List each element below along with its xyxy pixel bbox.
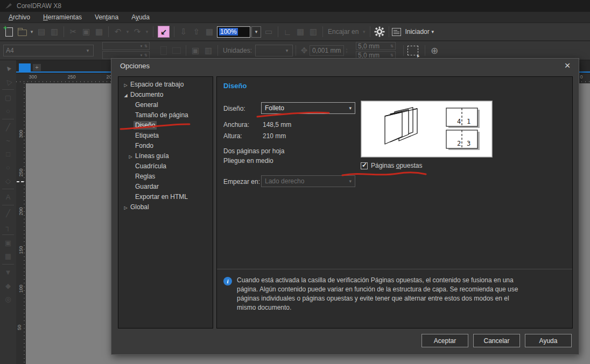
start-on-dropdown[interactable]: Lado derecho ▾ (261, 175, 355, 187)
import-file-button[interactable]: ⇩ (177, 25, 190, 38)
tree-item-global[interactable]: ▷Global (118, 202, 213, 212)
smart-fill-tool-icon[interactable]: ◆ (1, 279, 15, 292)
svg-text:2: 2 (457, 140, 461, 147)
tree-item-etiqueta[interactable]: Etiqueta (118, 131, 213, 141)
tree-collapsed-icon[interactable]: ▷ (123, 203, 129, 213)
save-button[interactable]: ▤ (35, 25, 48, 38)
tree-expanded-icon[interactable]: ◢ (123, 90, 129, 101)
options-button[interactable] (373, 25, 386, 38)
polygon-tool-icon[interactable]: ◇ (1, 174, 15, 188)
treat-as-filled-icon (408, 46, 418, 55)
help-button[interactable]: Ayuda (525, 334, 572, 347)
treat-as-filled-button[interactable] (406, 44, 419, 57)
cancel-button[interactable]: Cancelar (473, 334, 520, 347)
tree-item-exportar-en-html[interactable]: Exportar en HTML (118, 192, 213, 202)
close-icon[interactable]: × (560, 60, 574, 73)
page-1-tab[interactable] (19, 63, 31, 72)
tree-item-espacio-de-trabajo[interactable]: ▷Espacio de trabajo (118, 80, 213, 90)
import-button[interactable]: ↙ (156, 25, 171, 38)
units-combo[interactable]: ▾ (255, 45, 293, 56)
tree-item-documento[interactable]: ◢Documento (118, 90, 213, 100)
fullscreen-preview-button[interactable]: ▭ (262, 25, 275, 38)
facing-pages-checkbox-row[interactable]: ✓ Páginas opuestas (361, 162, 422, 169)
nudge-stepper[interactable]: ▲▼ (345, 47, 348, 54)
launcher-dropdown[interactable]: Iniciador ▾ (392, 28, 436, 36)
page-size-combo[interactable]: A4 ▾ (3, 45, 94, 56)
separator (322, 26, 323, 37)
outline-tool-icon[interactable]: ◎ (1, 292, 15, 306)
tree-item-líneas-guía[interactable]: ▷Líneas guía (118, 151, 213, 161)
new-document-button[interactable]: + (3, 25, 16, 38)
launcher-caret-icon: ▾ (430, 29, 436, 34)
landscape-icon (172, 47, 181, 54)
mesh-fill-tool-icon[interactable]: ▦ (1, 249, 15, 263)
tree-item-diseño[interactable]: Diseño (118, 120, 213, 131)
copy-button[interactable]: ▣ (80, 25, 93, 38)
tree-item-tamaño-de-página[interactable]: Tamaño de página (118, 110, 213, 120)
portrait-button[interactable] (157, 44, 170, 57)
zoom-level-field[interactable]: 100% (217, 26, 250, 38)
menu-herramientas[interactable]: Herramientas (37, 12, 88, 22)
cut-button[interactable]: ✂ (67, 25, 80, 38)
separator (186, 45, 186, 56)
parallel-line-tool-icon[interactable]: ╱ (1, 206, 15, 220)
nudge-distance-field[interactable]: 0,001 mm (310, 45, 344, 56)
tree-item-fondo[interactable]: Fondo (118, 141, 213, 151)
show-grid-button[interactable]: ▦ (294, 25, 307, 38)
landscape-button[interactable] (170, 44, 183, 57)
rectangle-tool-icon[interactable]: □ (1, 147, 15, 161)
interactive-fill-tool-icon[interactable]: ▣ (1, 236, 15, 249)
info-box: i Cuando está activada la casilla de ver… (217, 269, 572, 312)
print-button[interactable]: ▥ (48, 25, 61, 38)
tree-item-reglas[interactable]: Reglas (118, 172, 213, 182)
accept-button[interactable]: Aceptar (422, 334, 468, 347)
tree-item-cuadrícula[interactable]: Cuadrícula (118, 161, 213, 172)
tree-item-label: Líneas guía (134, 152, 171, 160)
facing-pages-checkbox[interactable]: ✓ (361, 162, 368, 169)
snap-to-caret-icon[interactable]: ▾ (361, 29, 367, 34)
show-guidelines-button[interactable]: ▥ (307, 25, 320, 38)
layout-dropdown[interactable]: Folleto ▾ (261, 102, 355, 114)
zoom-caret-icon[interactable]: ▾ (251, 26, 261, 38)
paste-button[interactable]: ▦ (93, 25, 106, 38)
standard-toolbar: + ▾ ▤ ▥ ✂ ▣ ▦ ↶ ▾ ↷ ▾ ↙ ⇩ ⇧ ▦ 100% ▾ ▭ ∟… (0, 23, 590, 41)
artistic-media-tool-icon[interactable]: ~ (1, 134, 15, 147)
tree-collapsed-icon[interactable]: ▷ (128, 152, 134, 162)
tree-item-guardar[interactable]: Guardar (118, 182, 213, 192)
export-file-button[interactable]: ⇧ (190, 25, 203, 38)
page-width-field[interactable]: ▾ ⇅ (102, 42, 150, 50)
crop-tool-icon[interactable]: ▢ (1, 91, 15, 104)
redo-button[interactable]: ↷ (131, 25, 144, 38)
zoom-level-combo[interactable]: 100% ▾ (217, 26, 261, 38)
tree-item-label: Espacio de trabajo (129, 80, 185, 89)
undo-caret-icon[interactable]: ▾ (124, 29, 131, 34)
open-caret-icon[interactable]: ▾ (29, 29, 35, 34)
publish-pdf-button[interactable]: ▦ (203, 25, 216, 38)
duplicate-distance-fields[interactable]: 5,0 mm⇅ 5,0 mm⇅ (356, 42, 396, 59)
menu-archivo[interactable]: Archivo (2, 12, 37, 22)
undo-button[interactable]: ↶ (111, 25, 124, 38)
all-pages-button[interactable]: ▣ (189, 44, 202, 57)
ellipse-tool-icon[interactable]: ○ (1, 161, 15, 174)
zoom-tool-icon[interactable]: ○ (1, 104, 15, 118)
text-tool-icon[interactable]: A (1, 190, 15, 204)
show-rulers-button[interactable]: ∟ (281, 25, 294, 38)
shape-tool-icon[interactable]: △ (0, 72, 18, 91)
tree-collapsed-icon[interactable]: ▷ (123, 80, 129, 90)
new-document-icon: + (5, 27, 13, 37)
freehand-tool-icon[interactable]: ╱ (1, 120, 15, 134)
add-page-button[interactable]: + (33, 64, 41, 71)
menu-ventana[interactable]: Ventana (88, 12, 125, 22)
open-button[interactable] (16, 25, 29, 38)
current-page-button[interactable]: ▥ (202, 44, 215, 57)
connector-tool-icon[interactable]: ┐ (1, 220, 15, 233)
add-plus-button[interactable]: ⊕ (428, 44, 441, 57)
page-dimensions-fields[interactable]: ▾ ⇅ ▾ ⇅ (102, 42, 150, 59)
separator (389, 26, 389, 37)
menu-ayuda[interactable]: Ayuda (125, 12, 156, 22)
duplicate-x-field[interactable]: 5,0 mm⇅ (356, 42, 396, 50)
eyedropper-tool-icon[interactable]: ▼ (1, 266, 15, 279)
snap-to-dropdown[interactable]: Encajar en (326, 28, 361, 35)
tree-item-general[interactable]: General (118, 100, 213, 110)
redo-caret-icon[interactable]: ▾ (144, 29, 150, 34)
